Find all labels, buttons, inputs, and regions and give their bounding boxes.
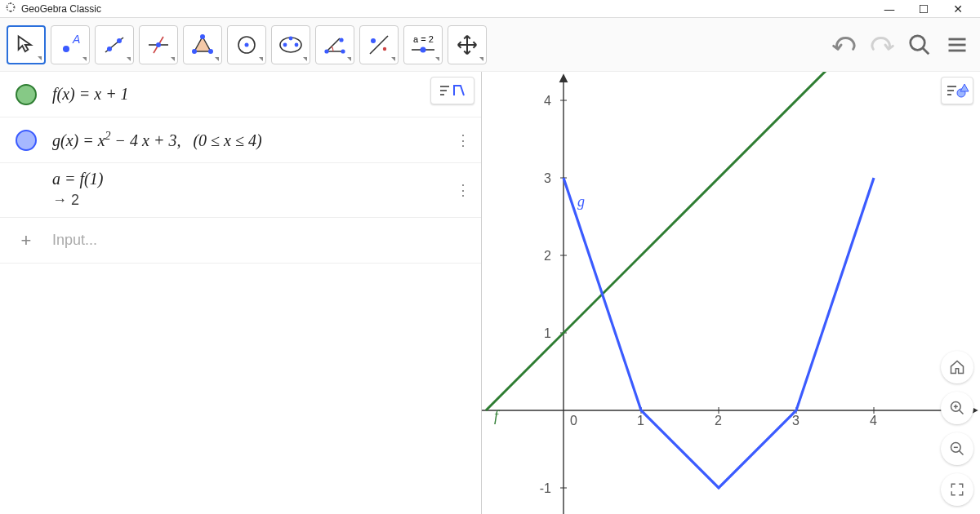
algebra-input-field[interactable]: Input... (52, 232, 481, 249)
svg-text:2: 2 (715, 414, 722, 428)
svg-point-32 (911, 35, 925, 50)
svg-text:A: A (72, 33, 80, 46)
app-logo-icon (5, 2, 16, 16)
app-title: GeoGebra Classic (21, 3, 101, 15)
tool-move-button[interactable] (7, 25, 46, 64)
tool-angle-button[interactable] (315, 25, 354, 64)
tool-toolbar: A a = 2 (0, 18, 980, 72)
svg-point-1 (7, 7, 8, 8)
svg-point-27 (371, 38, 376, 43)
fullscreen-button[interactable] (941, 473, 973, 506)
algebra-row[interactable]: f(x) = x + 1 (0, 72, 481, 117)
svg-point-23 (324, 49, 328, 53)
svg-point-16 (192, 49, 197, 54)
y-ticks: 1 2 3 4 -1 (540, 94, 567, 495)
svg-point-9 (117, 38, 122, 43)
svg-point-20 (283, 42, 287, 47)
expression-text: g(x) = x2 − 4 x + 3, (0 ≤ x ≤ 4) (52, 123, 445, 157)
svg-text:0: 0 (570, 414, 577, 428)
tool-slider-button[interactable]: a = 2 (403, 25, 443, 64)
search-button[interactable] (903, 29, 936, 61)
tool-circle-button[interactable] (227, 25, 266, 64)
curve-g-label: g (577, 193, 585, 210)
svg-point-24 (339, 38, 343, 42)
window-close-button[interactable]: ✕ (941, 2, 975, 16)
algebra-sort-button[interactable] (430, 77, 474, 104)
coordinate-plane[interactable]: 0 1 2 3 4 1 2 3 4 -1 (482, 72, 980, 514)
expression-text: a = f(1) (52, 163, 445, 188)
tool-ellipse-button[interactable] (271, 25, 310, 64)
svg-line-33 (923, 47, 929, 54)
add-expression-icon[interactable]: + (0, 230, 52, 251)
expression-text: f(x) = x + 1 (52, 78, 445, 110)
svg-text:1: 1 (637, 414, 644, 428)
undo-button[interactable] (828, 29, 861, 61)
graphics-nav-buttons (941, 351, 973, 506)
expression-result: → 2 (52, 188, 445, 217)
tool-perpendicular-button[interactable] (139, 25, 178, 64)
svg-point-2 (13, 7, 15, 8)
window-maximize-button[interactable]: ☐ (906, 2, 941, 16)
zoom-in-button[interactable] (941, 392, 973, 424)
svg-point-14 (200, 34, 205, 39)
curve-g[interactable] (564, 178, 874, 488)
svg-point-3 (10, 2, 11, 4)
svg-line-66 (960, 410, 964, 414)
visibility-toggle[interactable] (0, 130, 52, 151)
main-area: f(x) = x + 1 g(x) = x2 − 4 x + 3, (0 ≤ x… (0, 72, 980, 514)
curve-f[interactable] (486, 72, 890, 410)
svg-point-28 (383, 47, 386, 50)
svg-text:4: 4 (544, 94, 551, 108)
svg-text:a = 2: a = 2 (413, 34, 434, 44)
row-more-icon[interactable]: ⋮ (445, 131, 481, 149)
svg-point-4 (10, 11, 11, 12)
svg-line-70 (960, 451, 964, 455)
svg-point-12 (156, 42, 161, 47)
svg-text:4: 4 (870, 414, 877, 428)
tool-point-button[interactable]: A (51, 25, 90, 64)
home-view-button[interactable] (941, 351, 973, 383)
algebra-input-row: + Input... (0, 218, 481, 264)
svg-text:3: 3 (544, 171, 551, 185)
algebra-row[interactable]: a = f(1) → 2 ⋮ (0, 163, 481, 218)
svg-point-8 (107, 47, 112, 51)
graphics-view[interactable]: 0 1 2 3 4 1 2 3 4 -1 (482, 72, 980, 514)
tool-move-graphics-button[interactable] (448, 25, 487, 64)
tool-polygon-button[interactable] (183, 25, 222, 64)
svg-point-31 (421, 47, 426, 52)
algebra-view: f(x) = x + 1 g(x) = x2 − 4 x + 3, (0 ≤ x… (0, 72, 482, 514)
tool-reflect-button[interactable] (359, 25, 399, 64)
svg-point-18 (245, 42, 249, 47)
tool-line-button[interactable] (95, 25, 134, 64)
svg-point-22 (289, 36, 293, 40)
algebra-row[interactable]: g(x) = x2 − 4 x + 3, (0 ≤ x ≤ 4) ⋮ (0, 117, 481, 163)
svg-point-5 (63, 46, 69, 52)
svg-marker-44 (960, 84, 969, 91)
svg-text:-1: -1 (540, 481, 551, 495)
hamburger-menu-button[interactable] (941, 29, 973, 61)
zoom-out-button[interactable] (941, 432, 973, 465)
title-bar: GeoGebra Classic — ☐ ✕ (0, 0, 980, 18)
svg-point-15 (208, 49, 213, 54)
graphics-style-button[interactable] (941, 77, 973, 104)
svg-text:2: 2 (544, 249, 551, 263)
window-minimize-button[interactable]: — (872, 2, 906, 16)
visibility-toggle[interactable] (0, 84, 52, 105)
svg-text:3: 3 (792, 414, 800, 428)
row-more-icon[interactable]: ⋮ (445, 181, 481, 199)
svg-point-25 (341, 49, 345, 53)
redo-button[interactable] (866, 29, 898, 61)
svg-text:1: 1 (544, 326, 551, 340)
svg-point-21 (295, 42, 299, 47)
